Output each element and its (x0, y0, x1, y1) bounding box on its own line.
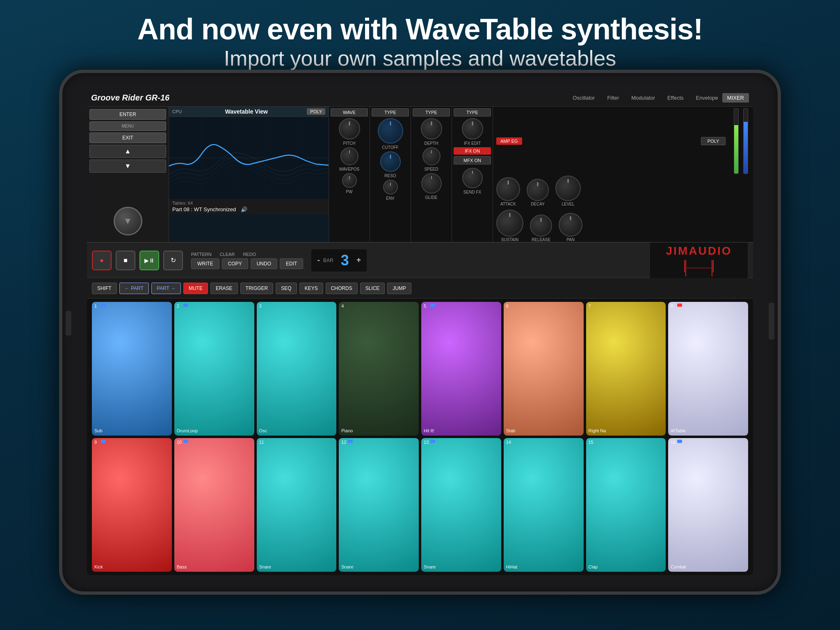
pad-3[interactable]: 3Osc (257, 302, 337, 436)
shift-button[interactable]: SHIFT (92, 283, 117, 294)
record-button[interactable]: ● (92, 251, 112, 270)
mixer-button[interactable]: MIXER (722, 93, 749, 103)
mfx-on-button[interactable]: MFX ON (454, 156, 491, 164)
pad-16[interactable]: 16Cymbal (668, 438, 748, 572)
pad-11[interactable]: 11Snare (257, 438, 337, 572)
ifx-on-button[interactable]: IFX ON (454, 147, 491, 155)
sustain-label: SUSTAIN (501, 237, 519, 242)
lower-synth: ● ■ ▶⏸ ↻ PATTERN CLEAR (87, 242, 753, 575)
copy-button[interactable]: COPY (222, 258, 248, 269)
bar-minus-button[interactable]: - (317, 256, 320, 265)
fx-type-button[interactable]: TYPE (454, 108, 491, 116)
bar-value: 3 (337, 252, 353, 269)
ampeg-button[interactable]: AMP EG (496, 137, 522, 145)
depth-knob[interactable] (421, 118, 442, 139)
pad-name-14: HiHat (506, 564, 518, 569)
arrow-down-button[interactable]: ▼ (89, 160, 166, 173)
pad-number-6: 6 (506, 304, 509, 308)
pad-4[interactable]: 4Piano (339, 302, 419, 436)
wavepos-knob[interactable] (340, 147, 358, 165)
play-button[interactable]: ▶⏸ (139, 251, 159, 270)
release-knob[interactable] (530, 215, 552, 237)
pad-12[interactable]: 12Snare (339, 438, 419, 572)
cutoff-knob[interactable] (378, 118, 403, 144)
mute-button[interactable]: MUTE (183, 283, 208, 294)
part-left-button[interactable]: ← PART (119, 283, 149, 294)
pad-1[interactable]: 1Sub (92, 302, 172, 436)
pad-15[interactable]: 15Clap (586, 438, 666, 572)
jump-button[interactable]: JUMP (387, 283, 411, 294)
pad-8[interactable]: 8WTable (668, 302, 748, 436)
pad-indicator-16 (677, 440, 682, 443)
attack-knob[interactable] (496, 177, 520, 201)
bar-plus-button[interactable]: + (356, 256, 361, 265)
jimaudio-text: JIMAUDIO (666, 244, 732, 258)
pan-knob[interactable] (559, 213, 582, 237)
pad-5[interactable]: 5Hit It! (421, 302, 501, 436)
exit-button[interactable]: EXIT (89, 132, 166, 143)
trigger-button[interactable]: TRIGGER (240, 283, 274, 294)
pad-number-1: 1 (94, 304, 97, 308)
big-knob[interactable]: ▼ (114, 207, 142, 235)
pad-2[interactable]: 2DrumLoop (174, 302, 254, 436)
part-right-button[interactable]: PART → (151, 283, 181, 294)
vol-fader-blue (743, 108, 748, 174)
pad-name-12: Snare (341, 564, 353, 569)
synth-top-bar: Groove Rider GR-16 Oscillator Filter Mod… (87, 89, 753, 107)
erase-button[interactable]: ERASE (210, 283, 238, 294)
sendfx-label: SEND FX (463, 190, 481, 194)
sustain-knob[interactable] (496, 210, 523, 237)
filter-section: TYPE CUTOFF RESO ENV (370, 107, 411, 242)
glide-knob[interactable] (421, 173, 442, 194)
edit-button[interactable]: EDIT (280, 258, 303, 269)
pad-name-16: Cymbal (671, 564, 686, 569)
env-knob[interactable] (383, 180, 398, 194)
wavetable-panel: CPU Wavetable View POLY (169, 107, 329, 242)
pad-6[interactable]: 6Stab (504, 302, 584, 436)
pattern-group: PATTERN CLEAR REDO WRITE COPY UNDO EDIT (191, 252, 303, 269)
level-label: LEVEL (562, 202, 574, 206)
env-poly-button[interactable]: POLY (701, 137, 726, 145)
loop-button[interactable]: ↻ (163, 251, 183, 270)
filter-type-button[interactable]: TYPE (372, 108, 409, 116)
env-label: ENV (386, 196, 395, 201)
envelope-knobs-row2: SUSTAIN RELEASE PAN (496, 210, 750, 242)
chords-button[interactable]: CHORDS (326, 283, 358, 294)
seq-button[interactable]: SEQ (276, 283, 297, 294)
bar-line (687, 268, 711, 268)
decay-knob[interactable] (527, 179, 549, 201)
pad-7[interactable]: 7Right Na (586, 302, 666, 436)
pattern-label: PATTERN (191, 252, 212, 257)
slice-button[interactable]: SLICE (360, 283, 385, 294)
speed-knob[interactable] (422, 147, 441, 165)
pad-indicator-5 (430, 304, 435, 307)
enter-button[interactable]: ENTER (89, 109, 166, 120)
level-knob[interactable] (555, 176, 581, 201)
pad-number-11: 11 (259, 440, 264, 445)
play-icon: ▶⏸ (144, 257, 155, 264)
cutoff-label: CUTOFF (382, 145, 398, 150)
pan-label: PAN (566, 237, 575, 242)
tables-count: Tables: 64 (172, 201, 325, 205)
pitch-knob[interactable] (339, 118, 360, 139)
arrow-up-button[interactable]: ▲ (89, 145, 166, 158)
mod-type-button[interactable]: TYPE (413, 108, 450, 116)
pad-10[interactable]: 10Bass (174, 438, 254, 572)
ipad-side-btn-left (66, 311, 71, 336)
stop-button[interactable]: ■ (116, 251, 135, 270)
pw-knob[interactable] (342, 173, 357, 188)
keys-button[interactable]: KEYS (299, 283, 323, 294)
transport-area: ● ■ ▶⏸ ↻ PATTERN CLEAR (87, 242, 753, 278)
poly-button[interactable]: POLY (307, 108, 325, 115)
header-subtitle: Import your own samples and wavetables (0, 46, 840, 71)
reso-knob[interactable] (380, 151, 401, 172)
ifxedit-knob[interactable] (462, 118, 483, 139)
pad-9[interactable]: 9Kick (92, 438, 172, 572)
wave-button[interactable]: WAVE (331, 108, 368, 116)
sendfx-knob[interactable] (462, 168, 483, 188)
undo-button[interactable]: UNDO (251, 258, 277, 269)
write-button[interactable]: WRITE (191, 258, 219, 269)
pad-14[interactable]: 14HiHat (504, 438, 584, 572)
pad-13[interactable]: 13Snare (421, 438, 501, 572)
bar2 (685, 260, 686, 276)
